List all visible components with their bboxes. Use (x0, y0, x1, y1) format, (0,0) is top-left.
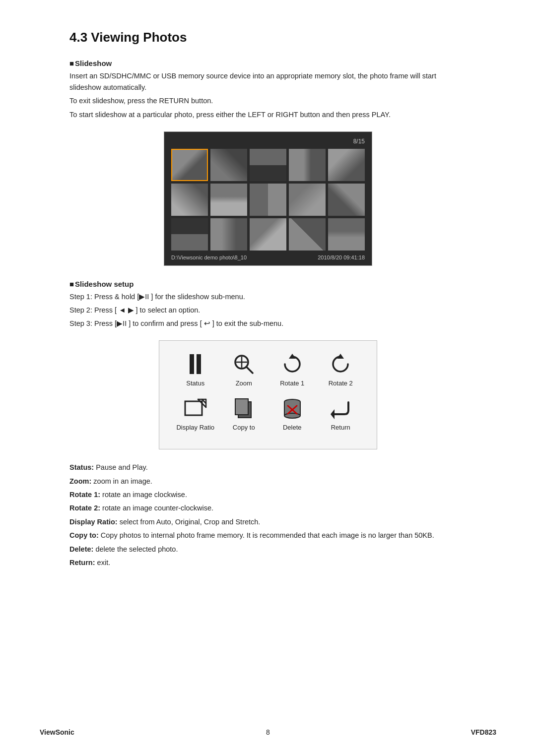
rotate1-icon (281, 352, 304, 377)
menu-item-display-ratio: Display Ratio (173, 396, 218, 431)
menu-row-2: Display Ratio Copy to (171, 396, 365, 431)
rotate1-label: Rotate 1 (280, 379, 304, 387)
svg-line-3 (247, 367, 253, 373)
return-label: Return (331, 424, 350, 431)
photo-browser-footer: D:\Viewsonic demo photo\8_10 2010/8/20 0… (171, 254, 365, 260)
rotate2-label: Rotate 2 (329, 379, 353, 387)
menu-item-zoom: Zoom (221, 352, 266, 387)
photo-cell (289, 218, 326, 251)
photo-cell (328, 184, 365, 216)
pause-play-icon (190, 352, 201, 377)
desc-delete: Delete: delete the selected photo. (69, 543, 467, 556)
slideshow-setup-heading: Slideshow setup (69, 280, 467, 288)
slideshow-line-1: Insert an SD/SDHC/MMC or USB memory sour… (69, 70, 467, 93)
photo-cell (171, 184, 208, 216)
slideshow-line-3: To start slideshow at a particular photo… (69, 109, 467, 121)
setup-step-1: Step 1: Press & hold [▶II ] for the slid… (69, 291, 467, 303)
desc-status-term: Status: (69, 463, 94, 471)
photo-cell (328, 149, 365, 181)
display-ratio-icon (184, 396, 207, 421)
copy-label: Copy to (233, 424, 255, 431)
page-footer: ViewSonic 8 VFD823 (40, 728, 496, 736)
desc-display-ratio: Display Ratio: select from Auto, Origina… (69, 516, 467, 528)
menu-row-1: Status Zoom (171, 352, 365, 387)
slideshow-line-2: To exit slideshow, press the RETURN butt… (69, 95, 467, 107)
setup-step-3: Step 3: Press [▶II ] to confirm and pres… (69, 318, 467, 329)
menu-item-rotate2: Rotate 2 (318, 352, 363, 387)
pause-bar-right (197, 354, 201, 374)
photo-datetime: 2010/8/20 09:41:18 (318, 254, 365, 260)
menu-box: Status Zoom (159, 340, 377, 449)
svg-rect-6 (185, 401, 202, 415)
delete-svg (282, 397, 303, 420)
delete-label: Delete (283, 424, 302, 431)
menu-item-copy: Copy to (221, 396, 266, 431)
desc-rotate1-term: Rotate 1: (69, 491, 100, 499)
slideshow-section: Slideshow Insert an SD/SDHC/MMC or USB m… (69, 59, 467, 121)
photo-grid (171, 149, 365, 251)
photo-path: D:\Viewsonic demo photo\8_10 (171, 254, 247, 260)
photo-cell (250, 184, 286, 216)
menu-item-return: Return (318, 396, 363, 431)
desc-copy-term: Copy to: (69, 531, 99, 539)
zoom-label: Zoom (236, 379, 252, 387)
display-ratio-svg (184, 398, 207, 418)
footer-page-number: 8 (266, 728, 270, 736)
page-title: 4.3 Viewing Photos (69, 30, 467, 45)
zoom-icon (233, 352, 255, 377)
page-content: 4.3 Viewing Photos Slideshow Insert an S… (30, 0, 506, 600)
menu-item-delete: Delete (270, 396, 315, 431)
photo-cell (171, 149, 208, 181)
svg-marker-20 (331, 409, 335, 419)
photo-cell (289, 149, 326, 181)
setup-step-2: Step 2: Press [ ◄ ▶ ] to select an optio… (69, 305, 467, 316)
descriptions-block: Status: Pause and Play. Zoom: zoom in an… (69, 461, 467, 569)
display-ratio-label: Display Ratio (176, 424, 214, 431)
photo-cell (210, 149, 247, 181)
desc-rotate2: Rotate 2: rotate an image counter-clockw… (69, 502, 467, 514)
photo-cell (250, 149, 286, 181)
desc-status: Status: Pause and Play. (69, 461, 467, 474)
footer-brand: ViewSonic (40, 728, 74, 736)
menu-item-status: Status (173, 352, 218, 387)
slideshow-heading: Slideshow (69, 59, 467, 67)
photo-count: 8/15 (171, 138, 365, 145)
pause-bars (190, 354, 201, 374)
desc-zoom: Zoom: zoom in an image. (69, 475, 467, 488)
svg-rect-12 (235, 399, 248, 415)
rotate2-icon (329, 352, 352, 377)
copy-icon (234, 396, 253, 421)
rotate2-svg (329, 353, 352, 376)
return-svg (330, 397, 351, 419)
copy-svg (234, 397, 253, 420)
status-label: Status (186, 379, 204, 387)
return-icon (330, 396, 351, 421)
desc-rotate1: Rotate 1: rotate an image clockwise. (69, 489, 467, 501)
desc-display-ratio-term: Display Ratio: (69, 518, 118, 526)
delete-icon (282, 396, 303, 421)
desc-zoom-term: Zoom: (69, 477, 91, 485)
zoom-svg (233, 353, 255, 375)
photo-cell (250, 218, 286, 251)
photo-browser-mockup: 8/15 D:\Viewsonic demo photo\8_10 2010/8… (164, 131, 372, 266)
rotate1-svg (281, 353, 304, 376)
pause-bar-left (190, 354, 194, 374)
desc-return: Return: exit. (69, 557, 467, 569)
svg-point-17 (284, 413, 300, 418)
desc-return-term: Return: (69, 559, 95, 567)
photo-cell (328, 218, 365, 251)
footer-model: VFD823 (471, 728, 496, 736)
photo-cell (289, 184, 326, 216)
photo-cell (210, 184, 247, 216)
slideshow-setup-section: Slideshow setup Step 1: Press & hold [▶I… (69, 280, 467, 330)
photo-cell (171, 218, 208, 251)
desc-delete-term: Delete: (69, 545, 93, 553)
desc-copy: Copy to: Copy photos to internal photo f… (69, 529, 467, 542)
desc-rotate2-term: Rotate 2: (69, 504, 100, 512)
photo-cell (210, 218, 247, 251)
menu-item-rotate1: Rotate 1 (270, 352, 315, 387)
